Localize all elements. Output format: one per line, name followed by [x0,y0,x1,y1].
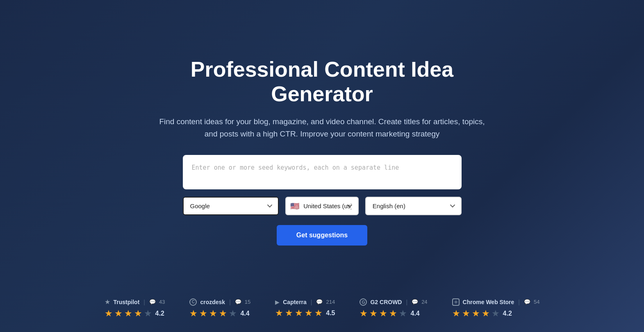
g2crowd-count: 24 [421,299,427,305]
star3: ★ [379,308,387,319]
star1: ★ [360,308,368,319]
star2: ★ [199,308,207,319]
comment-icon-chrome: 💬 [524,299,530,305]
capterra-count: 214 [326,299,335,305]
ratings-bar: ★ Trustpilot | 💬 43 ★ ★ ★ ★ ★ 4.2 C croz… [76,285,568,332]
star2: ★ [285,308,293,318]
star5: ★ [314,308,323,318]
g2crowd-value: 4.4 [410,310,419,317]
capterra-stars: ★ ★ ★ ★ ★ 4.5 [275,308,335,318]
star2: ★ [369,308,378,319]
chrome-count: 54 [534,299,539,305]
comment-icon-capterra: 💬 [316,299,323,305]
country-dropdown[interactable]: United States (us) United Kingdom (uk) C… [285,197,359,215]
star4: ★ [305,308,313,318]
crozdesk-header: C crozdesk | 💬 15 [189,298,250,306]
sep5: | [518,299,520,305]
capterra-name: Capterra [283,299,307,305]
sep2: | [229,299,231,305]
star3: ★ [124,308,132,319]
capterra-icon: ▶ [275,299,280,305]
trustpilot-icon: ★ [105,298,110,306]
crozdesk-name: crozdesk [200,299,225,305]
rating-chrome: ⊕ Chrome Web Store | 💬 54 ★ ★ ★ ★ ★ 4.2 [452,298,540,319]
star1: ★ [452,308,460,319]
star3: ★ [209,308,217,319]
rating-capterra: ▶ Capterra | 💬 214 ★ ★ ★ ★ ★ 4.5 [275,299,335,318]
star1: ★ [105,308,113,319]
g2crowd-header: G G2 CROWD | 💬 24 [360,298,427,306]
crozdesk-stars: ★ ★ ★ ★ ★ 4.4 [189,308,249,319]
g2crowd-stars: ★ ★ ★ ★ ★ 4.4 [360,308,419,319]
chrome-name: Chrome Web Store [463,299,514,305]
sep1: | [143,299,145,305]
star3: ★ [472,308,480,319]
star3: ★ [295,308,303,318]
star1: ★ [189,308,198,319]
keyword-search-box [183,155,462,189]
page-title: Professional Content Idea Generator [138,57,507,107]
comment-icon-crozdesk: 💬 [235,299,241,305]
capterra-header: ▶ Capterra | 💬 214 [275,299,335,305]
rating-g2crowd: G G2 CROWD | 💬 24 ★ ★ ★ ★ ★ 4.4 [360,298,427,319]
star5: ★ [492,308,500,319]
trustpilot-name: Trustpilot [114,299,140,305]
language-dropdown[interactable]: English (en) Spanish (es) French (fr) Ge… [365,197,462,215]
hero-section: Professional Content Idea Generator Find… [138,0,507,278]
keyword-input[interactable] [192,163,453,180]
star5: ★ [144,308,152,319]
search-engine-dropdown[interactable]: Google Bing YouTube Amazon [183,197,279,215]
capterra-value: 4.5 [326,309,335,317]
star5: ★ [399,308,407,319]
g2crowd-icon: G [360,298,367,306]
country-dropdown-wrapper: 🇺🇸 United States (us) United Kingdom (uk… [285,197,359,215]
sep3: | [311,299,312,305]
rating-trustpilot: ★ Trustpilot | 💬 43 ★ ★ ★ ★ ★ 4.2 [105,298,165,319]
chrome-header: ⊕ Chrome Web Store | 💬 54 [452,298,540,306]
comment-icon-trustpilot: 💬 [149,299,156,305]
trustpilot-stars: ★ ★ ★ ★ ★ 4.2 [105,308,164,319]
trustpilot-header: ★ Trustpilot | 💬 43 [105,298,165,306]
crozdesk-icon: C [189,298,197,306]
rating-crozdesk: C crozdesk | 💬 15 ★ ★ ★ ★ ★ 4.4 [189,298,250,319]
chrome-stars: ★ ★ ★ ★ ★ 4.2 [452,308,512,319]
trustpilot-count: 43 [159,299,165,305]
crozdesk-value: 4.4 [240,310,249,317]
g2crowd-name: G2 CROWD [370,299,402,305]
hero-subtitle: Find content ideas for your blog, magazi… [154,116,490,141]
star2: ★ [462,308,470,319]
star4: ★ [134,308,142,319]
star1: ★ [275,308,283,318]
star4: ★ [482,308,490,319]
crozdesk-count: 15 [245,299,250,305]
dropdowns-row: Google Bing YouTube Amazon 🇺🇸 United Sta… [183,197,462,215]
star4: ★ [219,308,227,319]
chrome-value: 4.2 [503,310,512,317]
comment-icon-g2: 💬 [412,299,418,305]
trustpilot-value: 4.2 [155,310,164,317]
get-suggestions-button[interactable]: Get suggestions [277,225,367,246]
chrome-icon: ⊕ [452,298,460,306]
star2: ★ [114,308,123,319]
star5: ★ [229,308,237,319]
sep4: | [406,299,407,305]
star4: ★ [389,308,397,319]
